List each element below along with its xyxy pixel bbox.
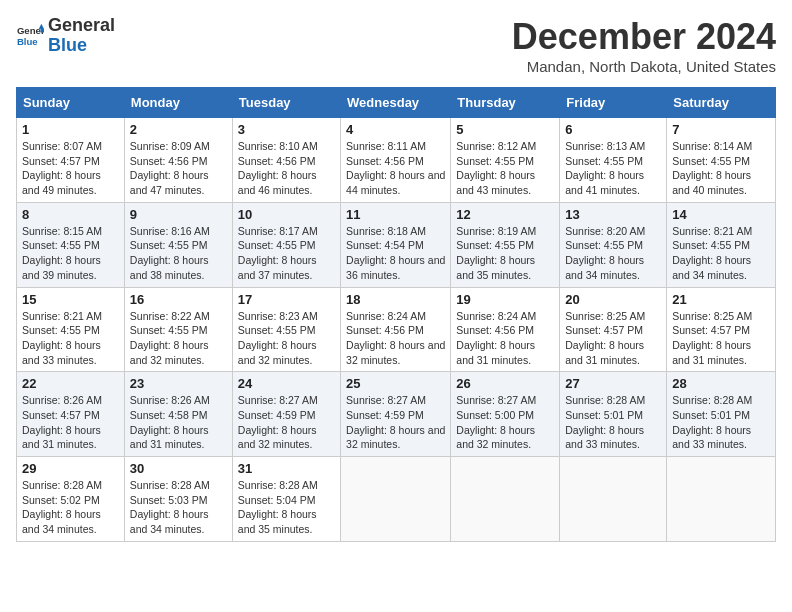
calendar-day-cell: 23Sunrise: 8:26 AM Sunset: 4:58 PM Dayli… xyxy=(124,372,232,457)
day-number: 26 xyxy=(456,376,554,391)
day-detail: Sunrise: 8:17 AM Sunset: 4:55 PM Dayligh… xyxy=(238,224,335,283)
calendar-day-cell: 4Sunrise: 8:11 AM Sunset: 4:56 PM Daylig… xyxy=(341,118,451,203)
calendar-day-cell: 7Sunrise: 8:14 AM Sunset: 4:55 PM Daylig… xyxy=(667,118,776,203)
header-friday: Friday xyxy=(560,88,667,118)
header-wednesday: Wednesday xyxy=(341,88,451,118)
day-detail: Sunrise: 8:27 AM Sunset: 4:59 PM Dayligh… xyxy=(238,393,335,452)
day-number: 23 xyxy=(130,376,227,391)
calendar-day-cell: 31Sunrise: 8:28 AM Sunset: 5:04 PM Dayli… xyxy=(232,457,340,542)
calendar-day-cell: 21Sunrise: 8:25 AM Sunset: 4:57 PM Dayli… xyxy=(667,287,776,372)
logo-line2: Blue xyxy=(48,36,115,56)
day-detail: Sunrise: 8:28 AM Sunset: 5:04 PM Dayligh… xyxy=(238,478,335,537)
day-number: 22 xyxy=(22,376,119,391)
calendar-day-cell: 3Sunrise: 8:10 AM Sunset: 4:56 PM Daylig… xyxy=(232,118,340,203)
day-number: 21 xyxy=(672,292,770,307)
day-number: 14 xyxy=(672,207,770,222)
day-number: 5 xyxy=(456,122,554,137)
calendar-day-cell: 15Sunrise: 8:21 AM Sunset: 4:55 PM Dayli… xyxy=(17,287,125,372)
location: Mandan, North Dakota, United States xyxy=(512,58,776,75)
calendar-day-cell: 1Sunrise: 8:07 AM Sunset: 4:57 PM Daylig… xyxy=(17,118,125,203)
day-detail: Sunrise: 8:16 AM Sunset: 4:55 PM Dayligh… xyxy=(130,224,227,283)
calendar-week-row: 29Sunrise: 8:28 AM Sunset: 5:02 PM Dayli… xyxy=(17,457,776,542)
calendar-day-cell: 10Sunrise: 8:17 AM Sunset: 4:55 PM Dayli… xyxy=(232,202,340,287)
calendar-day-cell: 12Sunrise: 8:19 AM Sunset: 4:55 PM Dayli… xyxy=(451,202,560,287)
day-number: 27 xyxy=(565,376,661,391)
day-number: 6 xyxy=(565,122,661,137)
day-detail: Sunrise: 8:11 AM Sunset: 4:56 PM Dayligh… xyxy=(346,139,445,198)
day-number: 29 xyxy=(22,461,119,476)
day-number: 10 xyxy=(238,207,335,222)
logo-icon: General Blue xyxy=(16,22,44,50)
header-saturday: Saturday xyxy=(667,88,776,118)
day-detail: Sunrise: 8:27 AM Sunset: 5:00 PM Dayligh… xyxy=(456,393,554,452)
day-number: 25 xyxy=(346,376,445,391)
calendar-day-cell: 28Sunrise: 8:28 AM Sunset: 5:01 PM Dayli… xyxy=(667,372,776,457)
calendar-day-cell: 6Sunrise: 8:13 AM Sunset: 4:55 PM Daylig… xyxy=(560,118,667,203)
day-detail: Sunrise: 8:23 AM Sunset: 4:55 PM Dayligh… xyxy=(238,309,335,368)
day-detail: Sunrise: 8:20 AM Sunset: 4:55 PM Dayligh… xyxy=(565,224,661,283)
day-detail: Sunrise: 8:28 AM Sunset: 5:01 PM Dayligh… xyxy=(565,393,661,452)
calendar-table: SundayMondayTuesdayWednesdayThursdayFrid… xyxy=(16,87,776,542)
month-year: December 2024 xyxy=(512,16,776,58)
day-detail: Sunrise: 8:27 AM Sunset: 4:59 PM Dayligh… xyxy=(346,393,445,452)
day-detail: Sunrise: 8:26 AM Sunset: 4:57 PM Dayligh… xyxy=(22,393,119,452)
day-number: 15 xyxy=(22,292,119,307)
day-detail: Sunrise: 8:13 AM Sunset: 4:55 PM Dayligh… xyxy=(565,139,661,198)
day-number: 1 xyxy=(22,122,119,137)
day-number: 28 xyxy=(672,376,770,391)
calendar-header-row: SundayMondayTuesdayWednesdayThursdayFrid… xyxy=(17,88,776,118)
calendar-day-cell: 30Sunrise: 8:28 AM Sunset: 5:03 PM Dayli… xyxy=(124,457,232,542)
day-number: 30 xyxy=(130,461,227,476)
svg-text:Blue: Blue xyxy=(17,36,38,47)
header-tuesday: Tuesday xyxy=(232,88,340,118)
day-detail: Sunrise: 8:10 AM Sunset: 4:56 PM Dayligh… xyxy=(238,139,335,198)
calendar-week-row: 1Sunrise: 8:07 AM Sunset: 4:57 PM Daylig… xyxy=(17,118,776,203)
day-number: 7 xyxy=(672,122,770,137)
calendar-day-cell: 17Sunrise: 8:23 AM Sunset: 4:55 PM Dayli… xyxy=(232,287,340,372)
calendar-week-row: 22Sunrise: 8:26 AM Sunset: 4:57 PM Dayli… xyxy=(17,372,776,457)
day-detail: Sunrise: 8:21 AM Sunset: 4:55 PM Dayligh… xyxy=(22,309,119,368)
day-number: 9 xyxy=(130,207,227,222)
day-detail: Sunrise: 8:18 AM Sunset: 4:54 PM Dayligh… xyxy=(346,224,445,283)
calendar-day-cell: 19Sunrise: 8:24 AM Sunset: 4:56 PM Dayli… xyxy=(451,287,560,372)
day-detail: Sunrise: 8:21 AM Sunset: 4:55 PM Dayligh… xyxy=(672,224,770,283)
day-number: 17 xyxy=(238,292,335,307)
day-number: 3 xyxy=(238,122,335,137)
calendar-day-cell xyxy=(451,457,560,542)
calendar-day-cell: 14Sunrise: 8:21 AM Sunset: 4:55 PM Dayli… xyxy=(667,202,776,287)
svg-marker-4 xyxy=(41,29,45,33)
day-detail: Sunrise: 8:28 AM Sunset: 5:02 PM Dayligh… xyxy=(22,478,119,537)
calendar-day-cell: 13Sunrise: 8:20 AM Sunset: 4:55 PM Dayli… xyxy=(560,202,667,287)
day-number: 2 xyxy=(130,122,227,137)
day-detail: Sunrise: 8:26 AM Sunset: 4:58 PM Dayligh… xyxy=(130,393,227,452)
day-detail: Sunrise: 8:24 AM Sunset: 4:56 PM Dayligh… xyxy=(456,309,554,368)
day-detail: Sunrise: 8:25 AM Sunset: 4:57 PM Dayligh… xyxy=(672,309,770,368)
day-number: 16 xyxy=(130,292,227,307)
title-area: December 2024 Mandan, North Dakota, Unit… xyxy=(512,16,776,75)
calendar-day-cell: 25Sunrise: 8:27 AM Sunset: 4:59 PM Dayli… xyxy=(341,372,451,457)
calendar-day-cell: 5Sunrise: 8:12 AM Sunset: 4:55 PM Daylig… xyxy=(451,118,560,203)
calendar-day-cell: 2Sunrise: 8:09 AM Sunset: 4:56 PM Daylig… xyxy=(124,118,232,203)
day-detail: Sunrise: 8:22 AM Sunset: 4:55 PM Dayligh… xyxy=(130,309,227,368)
day-detail: Sunrise: 8:09 AM Sunset: 4:56 PM Dayligh… xyxy=(130,139,227,198)
day-number: 18 xyxy=(346,292,445,307)
day-detail: Sunrise: 8:15 AM Sunset: 4:55 PM Dayligh… xyxy=(22,224,119,283)
calendar-day-cell xyxy=(341,457,451,542)
calendar-day-cell xyxy=(667,457,776,542)
logo: General Blue General Blue xyxy=(16,16,115,56)
calendar-day-cell: 16Sunrise: 8:22 AM Sunset: 4:55 PM Dayli… xyxy=(124,287,232,372)
day-detail: Sunrise: 8:25 AM Sunset: 4:57 PM Dayligh… xyxy=(565,309,661,368)
calendar-day-cell: 29Sunrise: 8:28 AM Sunset: 5:02 PM Dayli… xyxy=(17,457,125,542)
header: General Blue General Blue December 2024 … xyxy=(16,16,776,75)
day-detail: Sunrise: 8:14 AM Sunset: 4:55 PM Dayligh… xyxy=(672,139,770,198)
header-sunday: Sunday xyxy=(17,88,125,118)
header-thursday: Thursday xyxy=(451,88,560,118)
calendar-day-cell: 11Sunrise: 8:18 AM Sunset: 4:54 PM Dayli… xyxy=(341,202,451,287)
day-detail: Sunrise: 8:24 AM Sunset: 4:56 PM Dayligh… xyxy=(346,309,445,368)
day-number: 8 xyxy=(22,207,119,222)
day-detail: Sunrise: 8:12 AM Sunset: 4:55 PM Dayligh… xyxy=(456,139,554,198)
calendar-day-cell xyxy=(560,457,667,542)
calendar-week-row: 8Sunrise: 8:15 AM Sunset: 4:55 PM Daylig… xyxy=(17,202,776,287)
day-number: 20 xyxy=(565,292,661,307)
day-detail: Sunrise: 8:28 AM Sunset: 5:03 PM Dayligh… xyxy=(130,478,227,537)
